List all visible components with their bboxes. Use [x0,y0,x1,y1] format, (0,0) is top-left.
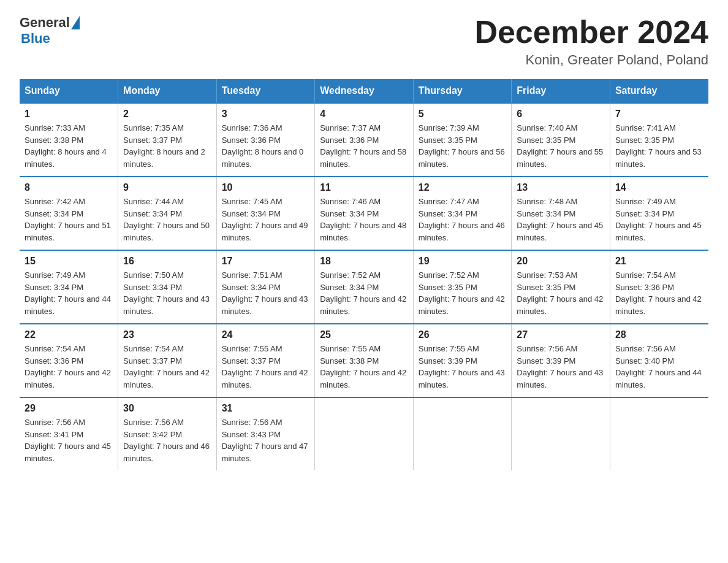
day-number: 30 [123,403,211,414]
day-number: 21 [615,256,703,267]
day-info: Sunrise: 7:40 AMSunset: 3:35 PMDaylight:… [517,122,605,170]
day-cell: 10Sunrise: 7:45 AMSunset: 3:34 PMDayligh… [216,177,315,250]
day-info: Sunrise: 7:33 AMSunset: 3:38 PMDaylight:… [25,122,113,170]
day-info: Sunrise: 7:56 AMSunset: 3:43 PMDaylight:… [222,416,310,464]
day-number: 17 [222,256,310,267]
month-year-title: December 2024 [474,15,708,50]
day-info: Sunrise: 7:42 AMSunset: 3:34 PMDaylight:… [25,196,113,243]
header-cell-tuesday: Tuesday [216,79,315,103]
day-info: Sunrise: 7:55 AMSunset: 3:38 PMDaylight:… [320,343,408,391]
day-info: Sunrise: 7:51 AMSunset: 3:34 PMDaylight:… [222,269,310,317]
header-cell-saturday: Saturday [610,79,708,103]
location-subtitle: Konin, Greater Poland, Poland [474,52,708,68]
logo: General Blue [20,15,80,47]
day-info: Sunrise: 7:35 AMSunset: 3:37 PMDaylight:… [123,122,211,170]
day-info: Sunrise: 7:56 AMSunset: 3:41 PMDaylight:… [25,416,113,464]
day-info: Sunrise: 7:37 AMSunset: 3:36 PMDaylight:… [320,122,408,170]
day-number: 25 [320,329,408,340]
day-number: 29 [25,403,113,414]
day-cell: 1Sunrise: 7:33 AMSunset: 3:38 PMDaylight… [20,103,118,177]
day-cell: 20Sunrise: 7:53 AMSunset: 3:35 PMDayligh… [512,250,610,324]
header-cell-friday: Friday [512,79,610,103]
week-row-5: 29Sunrise: 7:56 AMSunset: 3:41 PMDayligh… [20,397,708,470]
day-info: Sunrise: 7:54 AMSunset: 3:37 PMDaylight:… [123,343,211,391]
day-cell: 28Sunrise: 7:56 AMSunset: 3:40 PMDayligh… [610,324,708,397]
day-cell [512,397,610,470]
day-number: 18 [320,256,408,267]
day-cell: 13Sunrise: 7:48 AMSunset: 3:34 PMDayligh… [512,177,610,250]
day-cell [413,397,512,470]
calendar-table: SundayMondayTuesdayWednesdayThursdayFrid… [20,79,708,470]
day-info: Sunrise: 7:55 AMSunset: 3:39 PMDaylight:… [419,343,507,391]
day-number: 19 [419,256,507,267]
logo-triangle-icon [71,16,80,29]
day-cell: 22Sunrise: 7:54 AMSunset: 3:36 PMDayligh… [20,324,118,397]
day-number: 5 [419,109,507,120]
day-cell: 8Sunrise: 7:42 AMSunset: 3:34 PMDaylight… [20,177,118,250]
day-number: 8 [25,182,113,193]
week-row-1: 1Sunrise: 7:33 AMSunset: 3:38 PMDaylight… [20,103,708,177]
day-number: 24 [222,329,310,340]
day-info: Sunrise: 7:39 AMSunset: 3:35 PMDaylight:… [419,122,507,170]
day-info: Sunrise: 7:36 AMSunset: 3:36 PMDaylight:… [222,122,310,170]
day-number: 11 [320,182,408,193]
day-cell: 24Sunrise: 7:55 AMSunset: 3:37 PMDayligh… [216,324,315,397]
week-row-3: 15Sunrise: 7:49 AMSunset: 3:34 PMDayligh… [20,250,708,324]
day-cell: 14Sunrise: 7:49 AMSunset: 3:34 PMDayligh… [610,177,708,250]
logo-blue-text: Blue [21,31,50,47]
day-info: Sunrise: 7:56 AMSunset: 3:40 PMDaylight:… [615,343,703,391]
day-number: 13 [517,182,605,193]
day-cell: 3Sunrise: 7:36 AMSunset: 3:36 PMDaylight… [216,103,315,177]
day-number: 26 [419,329,507,340]
day-info: Sunrise: 7:48 AMSunset: 3:34 PMDaylight:… [517,196,605,243]
day-number: 9 [123,182,211,193]
day-number: 10 [222,182,310,193]
day-cell: 6Sunrise: 7:40 AMSunset: 3:35 PMDaylight… [512,103,610,177]
header-cell-sunday: Sunday [20,79,118,103]
day-cell: 19Sunrise: 7:52 AMSunset: 3:35 PMDayligh… [413,250,512,324]
day-cell: 15Sunrise: 7:49 AMSunset: 3:34 PMDayligh… [20,250,118,324]
header-cell-wednesday: Wednesday [315,79,414,103]
day-number: 31 [222,403,310,414]
day-number: 7 [615,109,703,120]
header-right: December 2024 Konin, Greater Poland, Pol… [474,15,708,68]
day-info: Sunrise: 7:47 AMSunset: 3:34 PMDaylight:… [419,196,507,243]
day-cell: 29Sunrise: 7:56 AMSunset: 3:41 PMDayligh… [20,397,118,470]
calendar-body: 1Sunrise: 7:33 AMSunset: 3:38 PMDaylight… [20,103,708,470]
day-number: 6 [517,109,605,120]
week-row-4: 22Sunrise: 7:54 AMSunset: 3:36 PMDayligh… [20,324,708,397]
day-info: Sunrise: 7:56 AMSunset: 3:42 PMDaylight:… [123,416,211,464]
day-number: 27 [517,329,605,340]
day-number: 20 [517,256,605,267]
day-info: Sunrise: 7:52 AMSunset: 3:35 PMDaylight:… [419,269,507,317]
day-cell: 26Sunrise: 7:55 AMSunset: 3:39 PMDayligh… [413,324,512,397]
day-cell [315,397,414,470]
day-number: 2 [123,109,211,120]
day-cell [610,397,708,470]
day-number: 1 [25,109,113,120]
day-cell: 9Sunrise: 7:44 AMSunset: 3:34 PMDaylight… [118,177,217,250]
day-info: Sunrise: 7:49 AMSunset: 3:34 PMDaylight:… [25,269,113,317]
calendar-header: SundayMondayTuesdayWednesdayThursdayFrid… [20,79,708,103]
day-info: Sunrise: 7:46 AMSunset: 3:34 PMDaylight:… [320,196,408,243]
day-info: Sunrise: 7:45 AMSunset: 3:34 PMDaylight:… [222,196,310,243]
day-number: 23 [123,329,211,340]
day-info: Sunrise: 7:50 AMSunset: 3:34 PMDaylight:… [123,269,211,317]
day-number: 15 [25,256,113,267]
day-number: 16 [123,256,211,267]
day-cell: 31Sunrise: 7:56 AMSunset: 3:43 PMDayligh… [216,397,315,470]
day-cell: 27Sunrise: 7:56 AMSunset: 3:39 PMDayligh… [512,324,610,397]
day-number: 22 [25,329,113,340]
day-number: 12 [419,182,507,193]
day-info: Sunrise: 7:53 AMSunset: 3:35 PMDaylight:… [517,269,605,317]
day-cell: 21Sunrise: 7:54 AMSunset: 3:36 PMDayligh… [610,250,708,324]
day-cell: 4Sunrise: 7:37 AMSunset: 3:36 PMDaylight… [315,103,414,177]
day-info: Sunrise: 7:55 AMSunset: 3:37 PMDaylight:… [222,343,310,391]
day-cell: 11Sunrise: 7:46 AMSunset: 3:34 PMDayligh… [315,177,414,250]
day-info: Sunrise: 7:49 AMSunset: 3:34 PMDaylight:… [615,196,703,243]
day-number: 4 [320,109,408,120]
day-cell: 17Sunrise: 7:51 AMSunset: 3:34 PMDayligh… [216,250,315,324]
week-row-2: 8Sunrise: 7:42 AMSunset: 3:34 PMDaylight… [20,177,708,250]
header-row: SundayMondayTuesdayWednesdayThursdayFrid… [20,79,708,103]
page-header: General Blue December 2024 Konin, Greate… [20,15,708,68]
